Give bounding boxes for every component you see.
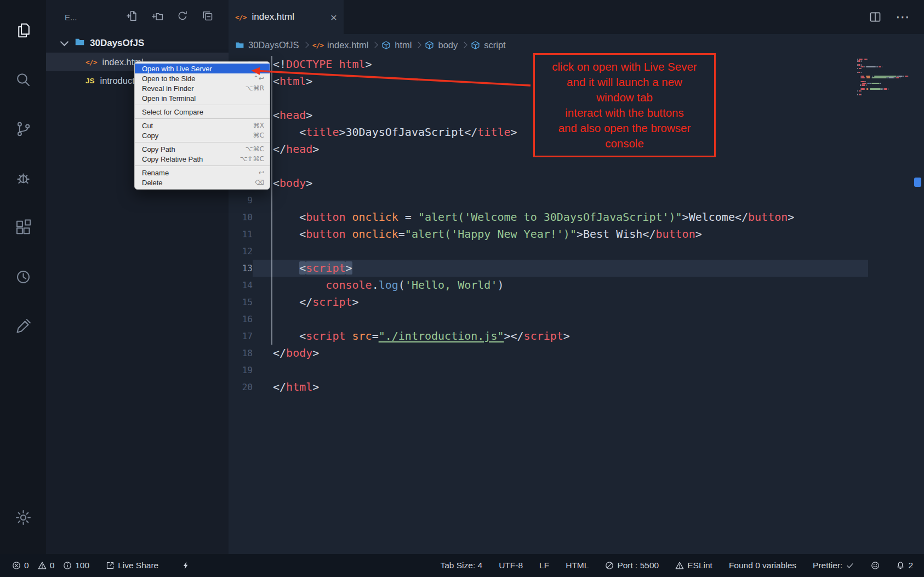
scrollbar-marker[interactable] [914,178,921,187]
line-number: 11 [229,226,253,243]
activity-bar-bottom [0,493,46,554]
activity-search[interactable] [0,55,46,104]
code-line[interactable]: 14 console.log('Hello, World') [229,277,924,294]
tab-bar: </> index.html × ⋯ [229,0,924,34]
status-live-share[interactable]: Live Share [106,561,158,570]
breadcrumb-item-html[interactable]: html [380,40,413,50]
chevron-down-icon [60,38,69,47]
breadcrumb-item-index-html[interactable]: </>index.html [311,40,370,50]
menu-item-label: Open with Live Server [142,65,264,73]
status-eslint[interactable]: ESLint [675,561,712,570]
live-share-icon [106,561,115,570]
collapse-all-button[interactable] [202,10,213,24]
refresh-button[interactable] [177,10,188,24]
breadcrumb-label: body [438,40,458,50]
menu-item-copy-relative-path[interactable]: Copy Relative Path⌥⇧⌘C [135,154,270,164]
code-line[interactable]: 7 [229,158,924,175]
menu-item-shortcut: ⌘C [253,132,264,139]
activity-clock[interactable] [0,252,46,301]
status-label: 100 [75,561,89,570]
line-number: 14 [229,277,253,294]
tab-index-html[interactable]: </> index.html × [229,0,344,34]
breadcrumb-label: script [484,40,505,50]
status-tab-size-4[interactable]: Tab Size: 4 [440,561,482,570]
new-folder-button[interactable] [152,10,163,24]
menu-item-open-with-live-server[interactable]: Open with Live Server [135,64,270,73]
folder-row-30daysofjs[interactable]: 30DaysOfJS [46,34,229,53]
code-line[interactable]: 15 </script> [229,294,924,311]
code-line[interactable]: 19 [229,362,924,379]
code-line[interactable]: 13 <script> [229,260,924,277]
source-control-icon [14,120,32,138]
status-label: Port : 5500 [617,561,659,570]
code-line[interactable]: 17 <script src="./introduction.js"></scr… [229,328,924,345]
menu-item-copy-path[interactable]: Copy Path⌥⌘C [135,144,270,154]
activity-debug[interactable] [0,153,46,203]
code-line[interactable]: 11 <button onclick="alert('Happy New Yea… [229,226,924,243]
status-2[interactable]: 2 [896,561,913,570]
status-found-0-variables[interactable]: Found 0 variables [729,561,796,570]
more-actions-icon[interactable]: ⋯ [896,10,910,24]
status-port-5500[interactable]: Port : 5500 [605,561,659,570]
close-icon[interactable]: × [330,12,337,23]
check-icon [846,561,854,570]
status-utf-8[interactable]: UTF-8 [499,561,523,570]
breadcrumb-item-30daysofjs[interactable]: 30DaysOfJS [234,40,300,50]
menu-item-cut[interactable]: Cut⌘X [135,121,270,130]
menu-item-label: Delete [142,179,255,187]
menu-item-reveal-in-finder[interactable]: Reveal in Finder⌥⌘R [135,83,270,93]
line-content [253,243,273,260]
bolt-icon [181,561,190,570]
line-content: console.log('Hello, World') [253,277,504,294]
line-number: 18 [229,345,253,362]
menu-item-copy[interactable]: Copy⌘C [135,130,270,140]
line-number: 12 [229,243,253,260]
status-label: Live Share [118,561,158,570]
menu-separator [135,165,270,166]
breadcrumb-item-script[interactable]: script [470,40,506,50]
chevron-right-icon [461,42,467,48]
menu-item-delete[interactable]: Delete⌫ [135,178,270,187]
activity-pen[interactable] [0,301,46,351]
status-bolt-icon[interactable] [181,561,190,570]
line-number: 10 [229,209,253,226]
status-html[interactable]: HTML [566,561,589,570]
status-smiley-icon[interactable] [871,561,880,570]
code-line[interactable]: 8<body> [229,175,924,192]
split-editor-icon[interactable] [869,11,881,23]
code-line[interactable]: 9 [229,192,924,209]
status-lf[interactable]: LF [539,561,549,570]
activity-extensions[interactable] [0,203,46,252]
menu-item-shortcut: ⌥⌘R [246,84,264,92]
menu-item-open-in-terminal[interactable]: Open in Terminal [135,93,270,103]
line-content: <button onclick = "alert('Welcome to 30D… [253,209,794,226]
code-line[interactable]: 20</html> [229,379,924,396]
breadcrumb-item-body[interactable]: body [424,40,459,50]
menu-item-open-to-the-side[interactable]: Open to the Side⌃↩ [135,73,270,83]
explorer-actions [127,10,213,24]
new-file-button[interactable] [127,10,138,24]
activity-source-control[interactable] [0,104,46,153]
chevron-right-icon [415,42,421,48]
status-0[interactable]: 0 [38,561,55,570]
status-100[interactable]: 100 [63,561,89,570]
menu-item-rename[interactable]: Rename↩ [135,168,270,178]
minimap[interactable] [857,59,910,96]
warning-icon [38,561,47,570]
info-icon [63,561,72,570]
annotation-text: and also open the browser [535,121,714,136]
extensions-icon [14,219,32,237]
code-line[interactable]: 10 <button onclick = "alert('Welcome to … [229,209,924,226]
status-0[interactable]: 0 [12,561,29,570]
menu-item-select-for-compare[interactable]: Select for Compare [135,107,270,117]
status-label: 0 [50,561,55,570]
activity-settings-gear[interactable] [0,493,46,542]
code-line[interactable]: 12 [229,243,924,260]
activity-files[interactable] [0,5,46,55]
code-line[interactable]: 18</body> [229,345,924,362]
annotation-text: and it will launch a new [535,75,714,90]
folder-icon [75,37,85,47]
activity-bar-top [0,5,46,351]
code-line[interactable]: 16 [229,311,924,328]
status-prettier[interactable]: Prettier: [813,561,854,570]
